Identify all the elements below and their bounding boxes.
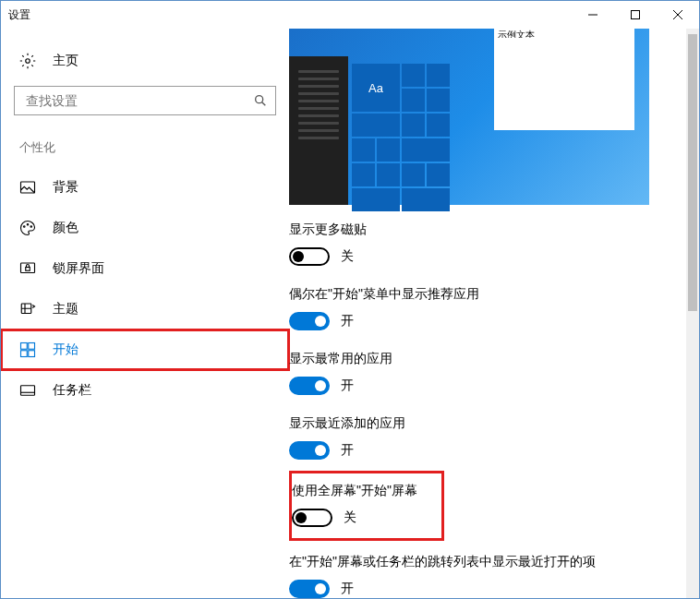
setting-label: 偶尔在"开始"菜单中显示推荐应用 xyxy=(289,286,675,303)
toggle-switch[interactable] xyxy=(289,247,330,266)
themes-icon xyxy=(19,301,36,317)
svg-rect-17 xyxy=(29,351,35,357)
search-icon xyxy=(253,93,268,108)
toggle-state-text: 开 xyxy=(341,442,354,459)
svg-point-4 xyxy=(26,59,30,64)
scrollbar-thumb[interactable] xyxy=(688,34,697,311)
toggle-switch[interactable] xyxy=(289,580,330,598)
sidebar-item-taskbar[interactable]: 任务栏 xyxy=(1,370,289,411)
close-button[interactable] xyxy=(657,1,699,29)
setting-group: 显示最近添加的应用开 xyxy=(289,415,686,460)
sidebar: 主页 个性化 背景 颜色 锁屏界面 主题 开始 xyxy=(1,29,289,598)
toggle-switch[interactable] xyxy=(292,509,332,527)
preview-window xyxy=(494,38,634,130)
toggle-switch[interactable] xyxy=(289,312,330,330)
sidebar-home-label: 主页 xyxy=(53,53,78,69)
svg-point-9 xyxy=(27,224,29,226)
setting-group: 在"开始"屏幕或任务栏的跳转列表中显示最近打开的项开 xyxy=(289,554,686,598)
highlighted-setting: 使用全屏幕"开始"屏幕关 xyxy=(289,471,444,541)
titlebar: 设置 xyxy=(1,1,699,29)
lockscreen-icon xyxy=(19,260,36,277)
setting-label: 在"开始"屏幕或任务栏的跳转列表中显示最近打开的项 xyxy=(289,554,675,570)
sidebar-home[interactable]: 主页 xyxy=(1,43,289,78)
sidebar-item-lockscreen[interactable]: 锁屏界面 xyxy=(1,248,289,289)
setting-label: 显示最常用的应用 xyxy=(289,351,675,367)
scrollbar[interactable] xyxy=(686,29,699,598)
sidebar-item-label: 任务栏 xyxy=(53,382,91,399)
svg-point-5 xyxy=(256,96,263,103)
maximize-button[interactable] xyxy=(614,1,657,29)
search-field[interactable] xyxy=(26,93,253,108)
sidebar-category: 个性化 xyxy=(1,119,289,167)
svg-point-10 xyxy=(30,226,32,228)
image-icon xyxy=(19,179,36,196)
svg-rect-15 xyxy=(29,343,35,350)
minimize-button[interactable] xyxy=(572,1,614,29)
setting-group: 显示最常用的应用开 xyxy=(289,351,686,395)
start-preview: 示例文本 Aa xyxy=(289,29,649,205)
search-input[interactable] xyxy=(14,86,276,115)
palette-icon xyxy=(19,220,36,236)
sidebar-item-label: 锁屏界面 xyxy=(53,260,104,277)
setting-group: 显示更多磁贴关 xyxy=(289,222,686,266)
sidebar-item-label: 主题 xyxy=(53,301,78,317)
svg-rect-14 xyxy=(21,343,28,350)
window-title: 设置 xyxy=(8,7,572,23)
sidebar-item-start[interactable]: 开始 xyxy=(1,329,289,370)
toggle-state-text: 开 xyxy=(341,313,354,329)
sidebar-item-label: 背景 xyxy=(53,179,78,196)
taskbar-icon xyxy=(19,382,36,399)
toggle-switch[interactable] xyxy=(289,377,330,395)
svg-line-6 xyxy=(262,102,266,106)
sidebar-item-themes[interactable]: 主题 xyxy=(1,289,289,329)
sidebar-item-label: 开始 xyxy=(53,341,78,358)
svg-rect-18 xyxy=(21,386,35,396)
start-icon xyxy=(19,341,36,358)
preview-tile-aa: Aa xyxy=(352,64,400,112)
preview-caption: 示例文本 xyxy=(494,29,634,38)
svg-rect-1 xyxy=(632,11,640,19)
toggle-state-text: 开 xyxy=(341,581,354,597)
svg-rect-16 xyxy=(21,351,28,357)
sidebar-item-background[interactable]: 背景 xyxy=(1,167,289,208)
sidebar-item-colors[interactable]: 颜色 xyxy=(1,208,289,248)
setting-label: 显示更多磁贴 xyxy=(289,222,675,238)
setting-label: 使用全屏幕"开始"屏幕 xyxy=(292,483,430,499)
svg-point-8 xyxy=(24,226,26,228)
preview-start-menu: Aa xyxy=(289,56,455,205)
setting-label: 显示最近添加的应用 xyxy=(289,415,675,432)
toggle-state-text: 关 xyxy=(341,248,354,265)
gear-icon xyxy=(19,53,36,69)
toggle-state-text: 开 xyxy=(341,377,354,394)
toggle-switch[interactable] xyxy=(289,441,330,460)
toggle-state-text: 关 xyxy=(344,509,356,526)
sidebar-item-label: 颜色 xyxy=(53,220,78,236)
setting-group: 偶尔在"开始"菜单中显示推荐应用开 xyxy=(289,286,686,330)
svg-rect-12 xyxy=(26,268,30,271)
